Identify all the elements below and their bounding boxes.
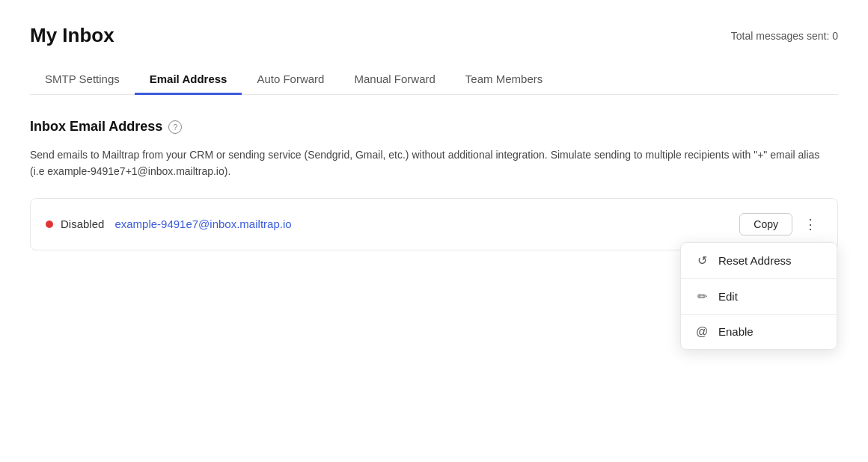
tab-manual-forward[interactable]: Manual Forward	[339, 65, 450, 95]
tab-team-members[interactable]: Team Members	[450, 65, 557, 95]
tab-auto-forward[interactable]: Auto Forward	[242, 65, 339, 95]
more-options-button[interactable]: ⋮	[798, 212, 822, 236]
header-row: My Inbox Total messages sent: 0	[30, 24, 838, 47]
tabs-bar: SMTP Settings Email Address Auto Forward…	[30, 65, 838, 95]
section-description: Send emails to Mailtrap from your CRM or…	[30, 147, 823, 180]
card-actions: Copy ⋮	[739, 212, 822, 236]
dropdown-menu: ↺ Reset Address ✏ Edit @ Enable	[680, 242, 837, 350]
dropdown-item-reset-label: Reset Address	[718, 254, 792, 267]
page-container: My Inbox Total messages sent: 0 SMTP Set…	[0, 0, 868, 274]
section-title: Inbox Email Address	[30, 119, 162, 135]
dropdown-item-reset-address[interactable]: ↺ Reset Address	[681, 243, 837, 279]
dropdown-item-edit[interactable]: ✏ Edit	[681, 279, 837, 315]
status-dot	[46, 221, 53, 228]
dropdown-item-enable[interactable]: @ Enable	[681, 315, 837, 349]
email-card: Disabled example-9491e7@inbox.mailtrap.i…	[30, 198, 838, 250]
edit-icon: ✏	[694, 289, 709, 304]
section-title-row: Inbox Email Address ?	[30, 119, 838, 135]
status-label: Disabled	[61, 218, 104, 230]
copy-button[interactable]: Copy	[739, 213, 792, 235]
tab-email-address[interactable]: Email Address	[135, 65, 242, 95]
reset-icon: ↺	[694, 253, 709, 268]
at-icon: @	[694, 325, 709, 339]
dropdown-item-edit-label: Edit	[718, 290, 738, 303]
help-icon[interactable]: ?	[168, 120, 182, 134]
page-title: My Inbox	[30, 24, 114, 47]
tab-smtp-settings[interactable]: SMTP Settings	[30, 65, 135, 95]
total-messages: Total messages sent: 0	[731, 30, 838, 42]
email-address: example-9491e7@inbox.mailtrap.io	[114, 218, 291, 230]
dropdown-item-enable-label: Enable	[718, 325, 754, 338]
